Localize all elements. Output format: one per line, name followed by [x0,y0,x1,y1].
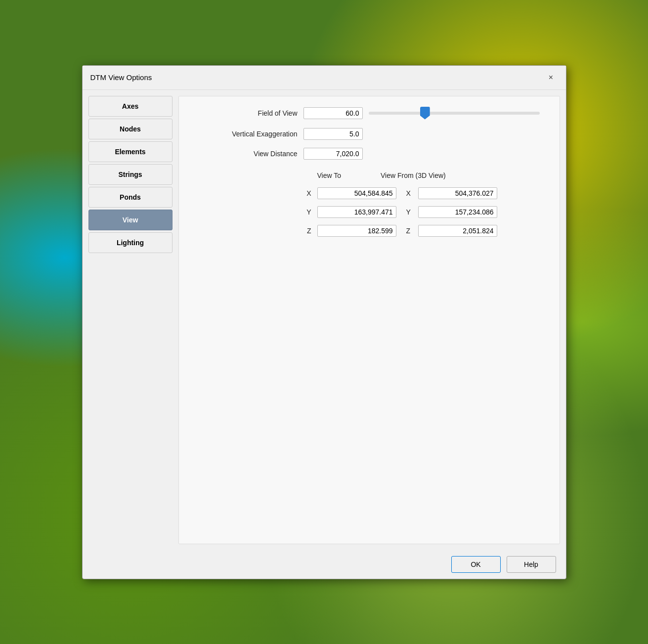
main-content: Field of View Vertical Exaggeration Vie [178,96,560,544]
view-from-x-group: X [406,187,497,199]
sidebar-item-elements[interactable]: Elements [88,141,173,162]
view-section: View To View From (3D View) X X Y [199,172,540,244]
view-distance-row: View Distance [199,148,540,160]
view-to-z-label: Z [199,227,317,235]
sidebar-item-ponds[interactable]: Ponds [88,187,173,208]
view-to-y-label: Y [199,208,317,216]
sidebar-item-axes[interactable]: Axes [88,96,173,117]
sidebar-item-view[interactable]: View [88,210,173,230]
sidebar-item-strings[interactable]: Strings [88,164,173,185]
header-spacer [199,172,317,179]
view-distance-label: View Distance [199,150,298,158]
dialog-body: Axes Nodes Elements Strings Ponds View L… [83,90,566,550]
sidebar: Axes Nodes Elements Strings Ponds View L… [88,96,173,544]
field-of-view-slider-container[interactable] [369,106,540,120]
view-from-x-input[interactable] [418,187,497,199]
field-of-view-input[interactable] [303,107,363,119]
dialog-title: DTM View Options [90,73,152,82]
slider-thumb[interactable] [420,107,430,120]
ok-button[interactable]: OK [451,556,501,573]
title-bar: DTM View Options × [83,66,566,90]
view-from-y-input[interactable] [418,206,497,218]
sidebar-item-nodes[interactable]: Nodes [88,119,173,139]
help-button[interactable]: Help [507,556,556,573]
view-to-header: View To [317,172,342,179]
view-from-z-label: Z [406,227,414,235]
sidebar-item-lighting[interactable]: Lighting [88,232,173,253]
view-to-y-input[interactable] [317,206,396,218]
dialog-footer: OK Help [83,550,566,579]
slider-track [369,112,540,115]
view-to-x-label: X [199,189,317,197]
vertical-exaggeration-row: Vertical Exaggeration [199,128,540,140]
view-from-header: View From (3D View) [381,172,446,179]
close-button[interactable]: × [544,71,558,85]
view-y-row: Y Y [199,206,540,218]
view-from-z-input[interactable] [418,225,497,237]
view-from-x-label: X [406,189,414,197]
view-to-x-input[interactable] [317,187,396,199]
view-x-row: X X [199,187,540,199]
field-of-view-row: Field of View [199,106,540,120]
view-from-z-group: Z [406,225,497,237]
view-z-row: Z Z [199,225,540,237]
view-to-z-input[interactable] [317,225,396,237]
vertical-exaggeration-label: Vertical Exaggeration [199,130,298,138]
field-of-view-label: Field of View [199,109,298,117]
view-from-y-label: Y [406,208,414,216]
vertical-exaggeration-input[interactable] [303,128,363,140]
view-from-y-group: Y [406,206,497,218]
form-section: Field of View Vertical Exaggeration Vie [199,106,540,160]
view-distance-input[interactable] [303,148,363,160]
dtm-view-options-dialog: DTM View Options × Axes Nodes Elements S… [82,65,566,579]
view-headers: View To View From (3D View) [199,172,540,179]
